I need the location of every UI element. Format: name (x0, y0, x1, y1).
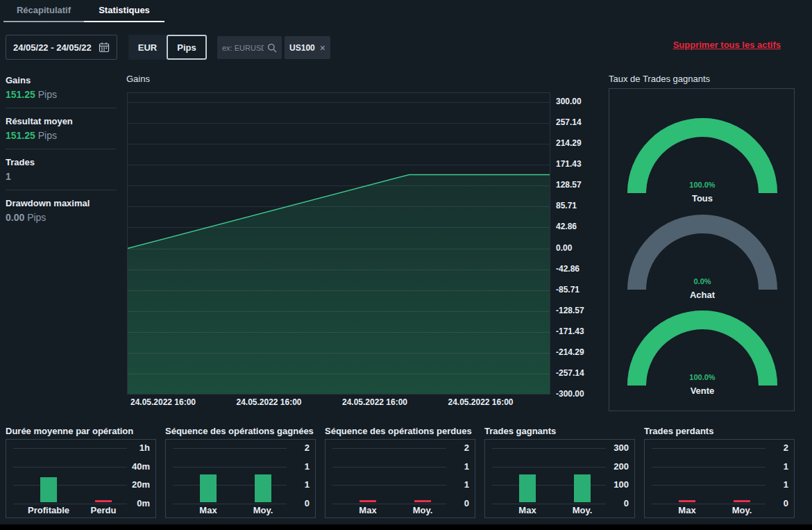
gridline (128, 311, 550, 312)
stats-sidebar: Gains151.25 PipsRésultat moyen151.25 Pip… (6, 67, 117, 231)
x-axis-tick: 24.05.2022 16:00 (439, 397, 523, 407)
gridline (128, 249, 550, 249)
bar-category-label: Max (500, 505, 555, 515)
stat-value: 1 (6, 171, 117, 182)
y-axis-tick: 1h (122, 442, 150, 453)
gridline (128, 165, 550, 165)
gridline (128, 102, 550, 103)
stat-unit: Pips (35, 89, 57, 100)
tab-recapitulatif[interactable]: Récapitulatif (3, 0, 84, 22)
gauge-label: Tous (609, 193, 795, 204)
y-axis-tick: -42.86 (556, 264, 580, 274)
stat-item: Drawdown maximal0.00 Pips (6, 190, 117, 231)
stat-value: 151.25 Pips (6, 89, 117, 100)
bar-moy[interactable] (414, 500, 431, 503)
y-axis-tick: -300.00 (556, 389, 584, 399)
currency-unit-toggle: EUR Pips (128, 35, 207, 60)
gridline (652, 504, 766, 504)
y-axis-tick: 40m (122, 461, 150, 472)
gains-area-chart[interactable] (127, 92, 550, 395)
mini-chart-plot: 1h40m20m0mProfitablePerdu (6, 439, 156, 518)
x-axis-tick: 24.05.2022 16:00 (228, 397, 311, 407)
unit-pips-button[interactable]: Pips (167, 35, 207, 60)
bar-category-label: Max (180, 505, 236, 515)
gridline (492, 448, 606, 449)
stat-value: 151.25 Pips (6, 130, 117, 141)
y-axis-tick: -257.14 (556, 368, 584, 378)
bar-profitable[interactable] (40, 477, 57, 502)
gauge-value: 0.0% (609, 277, 795, 285)
gains-chart-title: Gains (126, 74, 150, 84)
bar-moy[interactable] (734, 500, 750, 503)
bar-max[interactable] (519, 474, 536, 502)
y-axis-tick: 257.14 (556, 117, 582, 127)
gridline (13, 448, 127, 449)
asset-tag-us100[interactable]: US100 × (285, 36, 330, 59)
y-axis-tick: 2 (761, 442, 788, 453)
y-axis-tick: 1 (282, 461, 310, 472)
mini-chart-plot: 2110MaxMoy. (325, 439, 475, 518)
bar-max[interactable] (679, 500, 695, 503)
bar-category-label: Moy. (555, 505, 610, 515)
y-axis-tick: -214.29 (556, 347, 584, 357)
bar-category-label: Moy. (235, 505, 291, 515)
currency-eur-button[interactable]: EUR (128, 35, 167, 60)
stat-unit: Pips (35, 130, 57, 141)
y-axis-tick: 1 (282, 479, 310, 490)
y-axis-tick: 128.57 (556, 180, 582, 190)
stat-unit: Pips (24, 212, 46, 223)
gridline (652, 467, 766, 467)
y-axis-tick: 0.00 (556, 243, 572, 253)
y-axis-tick: 42.86 (556, 222, 577, 231)
gridline (128, 332, 550, 333)
gauge-label: Achat (609, 290, 795, 300)
remove-all-assets-link[interactable]: Supprimer tous les actifs (673, 40, 781, 50)
asset-search-input[interactable] (222, 44, 264, 52)
y-axis-tick: 300.00 (556, 97, 582, 106)
gridline (173, 504, 287, 504)
gridline (173, 467, 287, 467)
bar-moy[interactable] (255, 474, 271, 502)
tab-statistiques[interactable]: Statistiques (84, 0, 164, 22)
gridline (128, 270, 550, 270)
gridline (13, 504, 127, 504)
statistics-page: Récapitulatif Statistiques 24/05/22 - 24… (0, 0, 812, 524)
bar-moy[interactable] (574, 474, 591, 502)
date-range-input[interactable]: 24/05/22 - 24/05/22 (6, 35, 117, 60)
gridline (128, 353, 550, 354)
y-axis-tick: 20m (122, 479, 150, 490)
remove-asset-icon[interactable]: × (320, 42, 325, 53)
gridline (128, 227, 550, 228)
bar-max[interactable] (200, 474, 217, 502)
asset-search-box[interactable] (217, 36, 282, 59)
gridline (332, 504, 446, 504)
stat-label: Gains (6, 76, 117, 85)
y-axis-tick: 171.43 (556, 159, 582, 169)
gridline (332, 467, 446, 467)
date-range-value: 24/05/22 - 24/05/22 (13, 42, 92, 53)
bar-category-label: Moy. (714, 505, 770, 515)
bar-category-label: Max (340, 505, 396, 515)
bar-category-label: Moy. (395, 505, 450, 515)
y-axis-tick: 1 (761, 479, 788, 490)
win-rate-panel: Taux de Trades gagnants 100.0%Tous0.0%Ac… (609, 69, 795, 413)
mini-chart-title: Trades perdants (644, 426, 713, 436)
mini-charts-row: Durée moyenne par opération1h40m20m0mPro… (0, 424, 812, 524)
win-rate-panel-title: Taux de Trades gagnants (609, 74, 710, 84)
gridline (128, 374, 550, 374)
bar-max[interactable] (360, 500, 376, 503)
win-rate-gauges: 100.0%Tous0.0%Achat100.0%Vente (609, 88, 795, 411)
bar-perdu[interactable] (95, 500, 112, 503)
gains-chart-panel: Gains 300.00257.14214.29171.43128.5785.7… (126, 69, 588, 417)
gridline (492, 467, 606, 467)
y-axis-tick: 300 (601, 442, 629, 453)
gauge-label: Vente (609, 386, 795, 396)
y-axis-tick: -128.57 (556, 306, 584, 315)
gridline (13, 467, 127, 467)
search-icon (267, 43, 277, 53)
bar-category-label: Max (659, 505, 715, 515)
y-axis-tick: 214.29 (556, 138, 582, 148)
mini-chart-title: Séquence des opérations gagnées (165, 426, 314, 436)
y-axis-tick: 2 (282, 442, 310, 453)
gridline (128, 185, 550, 186)
